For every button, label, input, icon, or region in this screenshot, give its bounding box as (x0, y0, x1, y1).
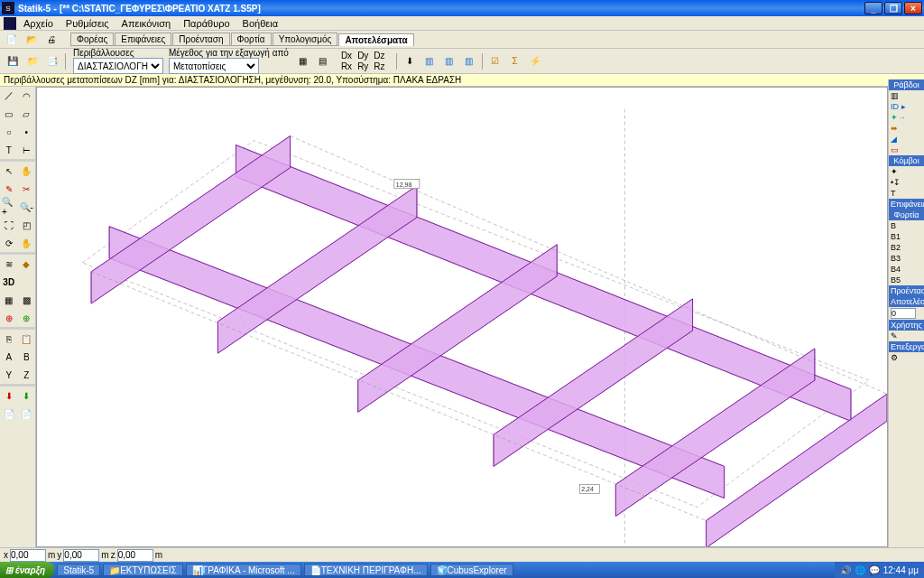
menu-view[interactable]: Απεικόνιση (116, 17, 177, 30)
tab-fortia[interactable]: Φορτία (231, 33, 272, 45)
fortia-b2[interactable]: B2 (889, 242, 924, 253)
d-x[interactable]: Dx (341, 51, 352, 61)
tool-3d[interactable]: 3D (1, 274, 17, 290)
coord-y-input[interactable] (63, 549, 99, 562)
menu-help[interactable]: Βοήθεια (237, 17, 283, 30)
menu-settings[interactable]: Ρυθμίσεις (60, 17, 115, 30)
open-icon[interactable]: 📂 (23, 32, 40, 48)
folder-icon[interactable]: 📁 (23, 52, 42, 70)
result-input[interactable] (891, 308, 916, 319)
d-y[interactable]: Dy (357, 51, 368, 61)
r-x[interactable]: Rx (341, 61, 352, 71)
tool-color[interactable]: ◆ (19, 256, 35, 272)
task-texniki[interactable]: 📄 ΤΕΧΝΙΚΗ ΠΕΡΙΓΡΑΦΗ... (304, 564, 428, 576)
task-ektyposeis[interactable]: 📁 ΕΚΤΥΠΩΣΕΙΣ (103, 564, 183, 576)
fortia-b3[interactable]: B3 (889, 253, 924, 264)
tab-apotelesmata[interactable]: Αποτελέσματα (338, 33, 413, 46)
tool-hand[interactable]: ✋ (19, 235, 35, 251)
komboi-item-2[interactable]: •↧ (889, 177, 924, 188)
tool-edit-b[interactable]: ✂ (19, 181, 35, 197)
tool-axes-b[interactable]: ⊕ (19, 310, 35, 326)
minimize-button[interactable]: _ (864, 2, 882, 14)
tool-dim[interactable]: ⊢ (19, 142, 35, 158)
d-z[interactable]: Dz (374, 51, 384, 61)
result-icon-2[interactable]: ▥ (420, 52, 439, 70)
tool-zoom-out[interactable]: 🔍- (19, 199, 35, 215)
tool-doc2[interactable]: 📄 (19, 406, 35, 422)
coord-z-input[interactable] (117, 549, 153, 562)
tool-rotate[interactable]: ⟳ (1, 235, 17, 251)
rabdoi-item-4[interactable]: ◢ (889, 134, 924, 144)
tool-ab[interactable]: A (1, 349, 17, 365)
result-icon-4[interactable]: ▥ (460, 52, 478, 70)
tool-text[interactable]: T (1, 142, 17, 158)
tool-select[interactable]: ↖ (1, 163, 17, 179)
tool-circle[interactable]: ○ (1, 124, 17, 140)
xrhsths-item[interactable]: ✎ (889, 331, 924, 341)
tray-icon-2[interactable]: 🌐 (855, 565, 865, 575)
tool-zoom-ext[interactable]: ⛶ (1, 217, 17, 233)
tool-layer[interactable]: ≋ (1, 256, 17, 272)
combo-quantity[interactable]: Μετατοπίσεις (169, 58, 259, 74)
tool-export-a[interactable]: ⬇ (1, 387, 17, 404)
tool-edit-a[interactable]: ✎ (1, 181, 17, 197)
rabdoi-item-id[interactable]: ID ▸ (889, 101, 924, 112)
tool-arc[interactable]: ◠ (19, 88, 35, 104)
coord-x-input[interactable] (10, 549, 46, 562)
tool-zoom-win[interactable]: ◰ (19, 217, 35, 233)
tool-z[interactable]: Z (19, 367, 35, 383)
result-icon-1[interactable]: ⬇ (401, 52, 419, 70)
tool-rect[interactable]: ▭ (1, 106, 17, 122)
print-icon[interactable]: 🖨 (43, 32, 60, 48)
apotelesmata-val[interactable] (889, 307, 924, 320)
tray-icon-1[interactable]: 🔊 (840, 565, 851, 575)
grid-icon[interactable]: ▦ (294, 52, 312, 70)
menu-file[interactable]: Αρχείο (18, 17, 59, 30)
tool-mesh[interactable]: ▩ (19, 292, 35, 308)
fortia-b[interactable]: B (889, 220, 924, 231)
tool-line[interactable]: ／ (1, 88, 17, 104)
rabdoi-item-2[interactable]: ✦→ (889, 112, 924, 123)
new-icon[interactable]: 📄 (4, 32, 20, 48)
maximize-button[interactable]: ❐ (884, 2, 902, 14)
rabdoi-item-3[interactable]: ⬌ (889, 123, 924, 134)
system-tray[interactable]: 🔊 🌐 💬 12:44 μμ (835, 562, 924, 578)
tool-paste[interactable]: 📋 (19, 331, 35, 347)
check-icon[interactable]: ☑ (486, 52, 504, 70)
lightning-icon[interactable]: ⚡ (526, 52, 544, 70)
viewport[interactable]: 12,98 2,24 (36, 87, 888, 547)
tool-zoom-in[interactable]: 🔍+ (1, 199, 17, 215)
start-button[interactable]: ⊞έναρξη (0, 562, 54, 578)
tool-doc[interactable]: 📄 (1, 406, 17, 422)
tool-render[interactable]: ▦ (1, 292, 17, 308)
tool-ab2[interactable]: B (19, 349, 35, 365)
tab-proentash[interactable]: Προένταση (172, 33, 229, 45)
tool-node[interactable]: • (19, 124, 35, 140)
rabdoi-item-1[interactable]: ▥ (889, 90, 924, 101)
r-y[interactable]: Ry (357, 61, 368, 71)
fortia-b5[interactable]: B5 (889, 275, 924, 285)
tab-ypologismos[interactable]: Υπολογισμός (273, 33, 338, 45)
close-button[interactable]: × (904, 2, 922, 14)
fortia-b4[interactable]: B4 (889, 264, 924, 275)
task-cubus[interactable]: 🧊 CubusExplorer (430, 564, 513, 576)
tray-icon-3[interactable]: 💬 (869, 565, 880, 575)
rabdoi-item-5[interactable]: ▭ (889, 144, 924, 155)
r-z[interactable]: Rz (374, 61, 384, 71)
epeks-item[interactable]: ⚙ (889, 352, 924, 363)
komboi-item-1[interactable]: ✦ (889, 166, 924, 177)
tool-export-b[interactable]: ⬇ (19, 387, 35, 404)
table-icon[interactable]: ▤ (314, 52, 332, 70)
result-icon-3[interactable]: ▥ (440, 52, 458, 70)
page-icon[interactable]: 📑 (43, 52, 61, 70)
task-statik5[interactable]: Statik-5 (57, 564, 100, 576)
tool-y[interactable]: Y (1, 367, 17, 383)
tool-poly[interactable]: ▱ (19, 106, 35, 122)
save-icon[interactable]: 💾 (4, 52, 22, 70)
combo-envelopes[interactable]: ΔΙΑΣΤΑΣΙΟΛΟΓΗΣΗ (73, 58, 163, 74)
tool-copy[interactable]: ⎘ (1, 331, 17, 347)
tool-pan[interactable]: ✋ (19, 163, 35, 179)
komboi-item-3[interactable]: T (889, 188, 924, 199)
menu-window[interactable]: Παράθυρο (178, 17, 235, 30)
tool-axes-a[interactable]: ⊕ (1, 310, 17, 326)
